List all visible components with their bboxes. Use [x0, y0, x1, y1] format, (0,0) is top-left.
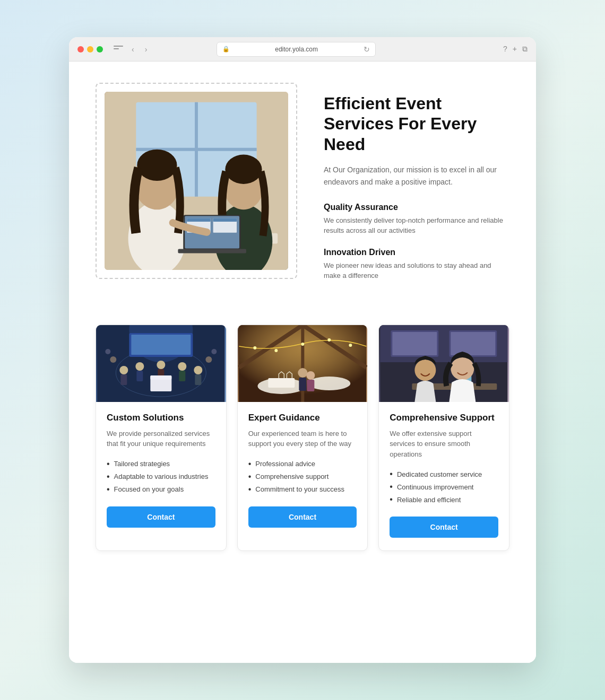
hero-subtitle: At Our Organization, our mission is to e… — [324, 164, 509, 188]
feature-quality-desc: We consistently deliver top-notch perfor… — [324, 215, 509, 236]
svg-point-35 — [110, 356, 116, 363]
svg-rect-50 — [299, 378, 306, 391]
card-svg-3 — [379, 325, 509, 402]
sidebar-toggle[interactable] — [114, 46, 123, 53]
hero-image-svg — [105, 92, 288, 270]
card-custom-solutions: Custom Solutions We provide personalized… — [96, 325, 227, 552]
svg-point-36 — [205, 356, 212, 363]
list-item: Adaptable to various industries — [107, 470, 215, 483]
card-svg-2 — [238, 325, 368, 402]
feature-innovation-title: Innovation Driven — [324, 248, 509, 257]
url-text: editor.yola.com — [233, 46, 360, 53]
svg-rect-14 — [187, 218, 210, 222]
hero-image-container — [96, 83, 297, 279]
svg-point-44 — [327, 338, 331, 342]
svg-point-42 — [274, 349, 278, 352]
hero-title: Efficient Event Services For Every Need — [324, 93, 509, 154]
card-title-2: Expert Guidance — [248, 413, 357, 423]
hero-text: Efficient Event Services For Every Need … — [324, 83, 509, 293]
svg-rect-56 — [393, 332, 437, 355]
list-item: Professional advice — [248, 458, 357, 470]
svg-point-49 — [298, 368, 307, 378]
svg-point-38 — [211, 349, 217, 354]
svg-point-51 — [306, 371, 315, 380]
maximize-button[interactable] — [97, 46, 103, 52]
card-image-3 — [379, 325, 509, 402]
card-svg-1 — [96, 325, 226, 402]
card-list-3: Dedicated customer service Continuous im… — [390, 468, 498, 506]
contact-button-2[interactable]: Contact — [248, 506, 357, 528]
svg-rect-32 — [150, 375, 171, 380]
svg-point-23 — [135, 362, 144, 371]
contact-button-1[interactable]: Contact — [107, 506, 215, 528]
extensions-icon[interactable]: ⧉ — [522, 45, 528, 54]
list-item: Dedicated customer service — [390, 468, 498, 480]
feature-innovation-desc: We pioneer new ideas and solutions to st… — [324, 260, 509, 281]
svg-rect-16 — [213, 218, 237, 222]
card-body-1: Custom Solutions We provide personalized… — [96, 402, 226, 540]
card-body-3: Comprehensive Support We offer extensive… — [379, 402, 509, 551]
svg-point-62 — [415, 360, 436, 381]
card-list-1: Tailored strategies Adaptable to various… — [107, 458, 215, 496]
svg-rect-47 — [268, 378, 295, 388]
svg-rect-52 — [307, 380, 314, 391]
feature-quality-title: Quality Assurance — [324, 203, 509, 212]
browser-window: ‹ › 🔒 editor.yola.com ↻ ? + ⧉ — [69, 37, 536, 663]
svg-point-43 — [301, 343, 304, 346]
browser-content: Efficient Event Services For Every Need … — [69, 62, 536, 663]
page-content: Efficient Event Services For Every Need … — [69, 62, 536, 663]
forward-button[interactable]: › — [143, 44, 150, 55]
hero-section: Efficient Event Services For Every Need … — [96, 83, 509, 293]
card-expert-guidance: Expert Guidance Our experienced team is … — [237, 325, 368, 552]
svg-point-41 — [253, 346, 256, 349]
list-item: Continuous improvement — [390, 480, 498, 493]
card-title-1: Custom Solutions — [107, 413, 215, 423]
feature-innovation: Innovation Driven We pioneer new ideas a… — [324, 248, 509, 281]
close-button[interactable] — [77, 46, 84, 52]
svg-point-7 — [137, 150, 177, 181]
list-item: Comprehensive support — [248, 470, 357, 483]
svg-point-10 — [225, 155, 262, 184]
lock-icon: 🔒 — [222, 46, 230, 52]
list-item: Commitment to your success — [248, 483, 357, 496]
browser-toolbar: ‹ › 🔒 editor.yola.com ↻ ? + ⧉ — [69, 37, 536, 62]
new-tab-icon[interactable]: + — [513, 45, 517, 54]
svg-point-21 — [119, 366, 128, 374]
svg-rect-17 — [178, 249, 246, 253]
back-button[interactable]: ‹ — [129, 44, 136, 55]
card-list-2: Professional advice Comprehensive suppor… — [248, 458, 357, 496]
address-bar[interactable]: 🔒 editor.yola.com ↻ — [217, 42, 376, 57]
svg-point-27 — [178, 362, 186, 371]
svg-point-45 — [349, 344, 352, 347]
svg-point-29 — [194, 366, 202, 374]
hero-image — [105, 92, 288, 270]
svg-rect-58 — [451, 332, 496, 355]
card-image-1 — [96, 325, 226, 402]
traffic-lights — [77, 46, 103, 52]
contact-button-3[interactable]: Contact — [390, 517, 498, 538]
minimize-button[interactable] — [87, 46, 93, 52]
card-desc-1: We provide personalized services that fi… — [107, 428, 215, 449]
card-desc-3: We offer extensive support services to e… — [390, 428, 498, 460]
card-desc-2: Our experienced team is here to support … — [248, 428, 357, 449]
list-item: Reliable and efficient — [390, 493, 498, 506]
cards-section: Custom Solutions We provide personalized… — [96, 325, 509, 552]
svg-rect-28 — [179, 371, 185, 381]
svg-rect-24 — [136, 371, 143, 381]
svg-point-37 — [105, 349, 110, 354]
list-item: Tailored strategies — [107, 458, 215, 470]
card-image-2 — [238, 325, 368, 402]
svg-rect-22 — [120, 374, 127, 385]
refresh-button[interactable]: ↻ — [364, 45, 370, 54]
help-icon[interactable]: ? — [503, 45, 507, 54]
feature-quality: Quality Assurance We consistently delive… — [324, 203, 509, 236]
card-body-2: Expert Guidance Our experienced team is … — [238, 402, 368, 540]
svg-point-63 — [451, 357, 474, 380]
svg-rect-30 — [195, 374, 201, 385]
svg-point-25 — [157, 361, 165, 369]
svg-rect-34 — [131, 335, 191, 355]
toolbar-actions: ? + ⧉ — [503, 45, 528, 54]
list-item: Focused on your goals — [107, 483, 215, 496]
card-title-3: Comprehensive Support — [390, 413, 498, 423]
card-comprehensive-support: Comprehensive Support We offer extensive… — [378, 325, 509, 552]
